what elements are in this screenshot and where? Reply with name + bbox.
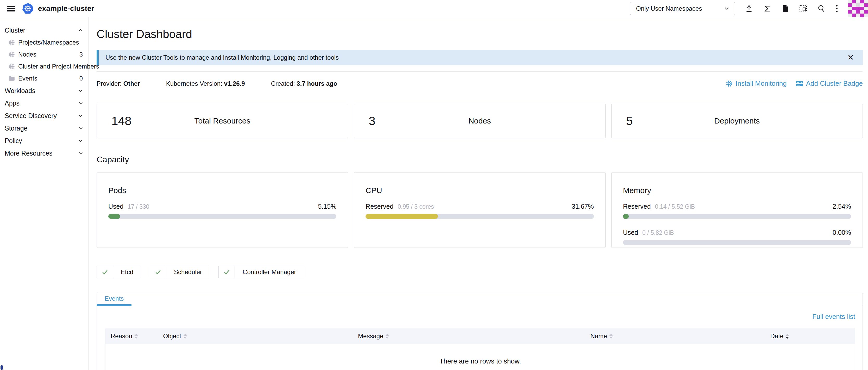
- sidebar-group-more-resources[interactable]: More Resources: [5, 147, 84, 160]
- events-tabbar: Events: [97, 293, 863, 306]
- kubectl-shell-icon[interactable]: [763, 4, 772, 13]
- check-icon: [223, 268, 230, 276]
- namespace-filter-select[interactable]: Only User Namespaces: [630, 2, 735, 15]
- full-events-list-link[interactable]: Full events list: [812, 313, 855, 320]
- memory-reserved-label: Reserved: [623, 203, 651, 210]
- memory-reserved-detail: 0.14 / 5.52 GiB: [655, 203, 695, 210]
- column-header-object[interactable]: Object: [158, 328, 353, 344]
- sidebar-group-label: Service Discovery: [5, 112, 78, 120]
- chevron-down-icon: [78, 88, 84, 94]
- page-title: Cluster Dashboard: [97, 28, 863, 41]
- sort-icon: [134, 334, 138, 339]
- cpu-progress-bar: [366, 214, 594, 219]
- sidebar-item-label: Cluster and Project Members: [18, 63, 99, 70]
- nodes-label: Nodes: [468, 116, 491, 125]
- sort-icon-active: [785, 334, 789, 339]
- top-header: example-cluster Only User Namespaces: [0, 0, 868, 17]
- column-header-date[interactable]: Date: [765, 328, 855, 344]
- main-content: Cluster Dashboard Use the new Cluster To…: [89, 17, 868, 370]
- pods-capacity-card: Pods Used 17 / 330 5.15%: [97, 172, 348, 248]
- controller-manager-status-badge: Controller Manager: [218, 266, 304, 278]
- events-panel: Events Full events list Reason: [97, 293, 863, 370]
- sidebar-group-label: Workloads: [5, 87, 78, 94]
- sidebar-item-label: Events: [18, 75, 80, 82]
- sidebar-item-cluster-members[interactable]: Cluster and Project Members: [5, 60, 84, 73]
- sidebar-group-label: Storage: [5, 124, 78, 132]
- folder-icon: [8, 75, 15, 82]
- sort-icon: [385, 334, 389, 339]
- provider-info: Provider: Other: [97, 80, 140, 87]
- cluster-name-title: example-cluster: [38, 4, 94, 13]
- copy-kubeconfig-icon[interactable]: [799, 4, 808, 13]
- column-header-reason[interactable]: Reason: [105, 328, 158, 344]
- tab-events[interactable]: Events: [97, 293, 131, 306]
- kebab-menu-icon[interactable]: [835, 4, 838, 13]
- events-table: Reason Object Message Name: [105, 328, 855, 370]
- created-info: Created: 3.7 hours ago: [271, 80, 337, 87]
- scheduler-label: Scheduler: [166, 266, 210, 278]
- controller-manager-label: Controller Manager: [235, 266, 304, 278]
- download-kubeconfig-icon[interactable]: [781, 4, 789, 13]
- sidebar-group-label: Policy: [5, 137, 78, 145]
- badge-icon: [796, 80, 803, 87]
- sidebar-group-label: Apps: [5, 99, 78, 107]
- corner-indicator: [1, 365, 3, 370]
- sidebar-group-workloads[interactable]: Workloads: [5, 84, 84, 97]
- memory-reserved-progress-bar: [623, 214, 851, 219]
- globe-icon: [8, 39, 15, 46]
- add-cluster-badge-link[interactable]: Add Cluster Badge: [796, 80, 863, 88]
- cpu-title: CPU: [366, 186, 594, 195]
- globe-icon: [8, 51, 15, 58]
- cpu-reserved-percent: 31.67%: [572, 203, 594, 210]
- column-header-name[interactable]: Name: [585, 328, 765, 344]
- memory-reserved-progress-fill: [623, 214, 629, 219]
- memory-title: Memory: [623, 186, 851, 195]
- check-icon: [101, 268, 108, 276]
- total-resources-value: 148: [112, 114, 131, 128]
- globe-icon: [8, 63, 15, 70]
- namespace-filter-value: Only User Namespaces: [636, 5, 723, 12]
- sidebar-item-nodes[interactable]: Nodes 3: [5, 49, 84, 60]
- memory-used-label: Used: [623, 229, 638, 236]
- memory-capacity-card: Memory Reserved 0.14 / 5.52 GiB 2.54% Us…: [611, 172, 863, 248]
- kubernetes-version-info: Kubernetes Version: v1.26.9: [166, 80, 245, 87]
- chevron-down-icon: [78, 138, 84, 144]
- memory-reserved-percent: 2.54%: [833, 203, 851, 210]
- cpu-reserved-label: Reserved: [366, 203, 393, 210]
- nodes-card: 3 Nodes: [354, 104, 605, 138]
- install-monitoring-label: Install Monitoring: [736, 80, 787, 88]
- chevron-down-icon: [78, 125, 84, 131]
- install-monitoring-link[interactable]: Install Monitoring: [725, 80, 787, 88]
- column-header-message[interactable]: Message: [353, 328, 585, 344]
- sidebar-group-storage[interactable]: Storage: [5, 122, 84, 135]
- sidebar-group-cluster[interactable]: Cluster: [5, 24, 84, 36]
- add-cluster-badge-label: Add Cluster Badge: [806, 80, 863, 88]
- deployments-value: 5: [626, 114, 633, 128]
- memory-used-progress-bar: [623, 240, 851, 245]
- close-icon[interactable]: ✕: [845, 53, 856, 62]
- deployments-card: 5 Deployments: [611, 104, 863, 138]
- sidebar-group-service-discovery[interactable]: Service Discovery: [5, 109, 84, 122]
- sidebar: Cluster Projects/Namespaces Nodes 3 Clus…: [0, 17, 89, 370]
- user-avatar[interactable]: [848, 0, 868, 17]
- nodes-value: 3: [369, 114, 375, 128]
- sort-icon: [183, 334, 187, 339]
- sidebar-group-policy[interactable]: Policy: [5, 135, 84, 147]
- sort-icon: [609, 334, 613, 339]
- hamburger-menu-icon[interactable]: [6, 4, 16, 13]
- chevron-down-icon: [78, 113, 84, 119]
- sidebar-item-events[interactable]: Events 0: [5, 73, 84, 84]
- capacity-cards-row: Pods Used 17 / 330 5.15% CPU Reserved 0.…: [97, 172, 863, 248]
- sidebar-group-apps[interactable]: Apps: [5, 97, 84, 109]
- banner-text: Use the new Cluster Tools to manage and …: [105, 54, 845, 61]
- search-icon[interactable]: [817, 4, 826, 13]
- pods-progress-fill: [108, 214, 120, 219]
- sidebar-item-label: Nodes: [18, 51, 80, 58]
- import-yaml-icon[interactable]: [745, 4, 753, 13]
- chevron-down-icon: [78, 100, 84, 106]
- deployments-label: Deployments: [714, 116, 760, 125]
- sidebar-item-projects-namespaces[interactable]: Projects/Namespaces: [5, 36, 84, 49]
- gear-icon: [725, 80, 733, 87]
- etcd-label: Etcd: [113, 266, 141, 278]
- cpu-reserved-detail: 0.95 / 3 cores: [398, 203, 434, 210]
